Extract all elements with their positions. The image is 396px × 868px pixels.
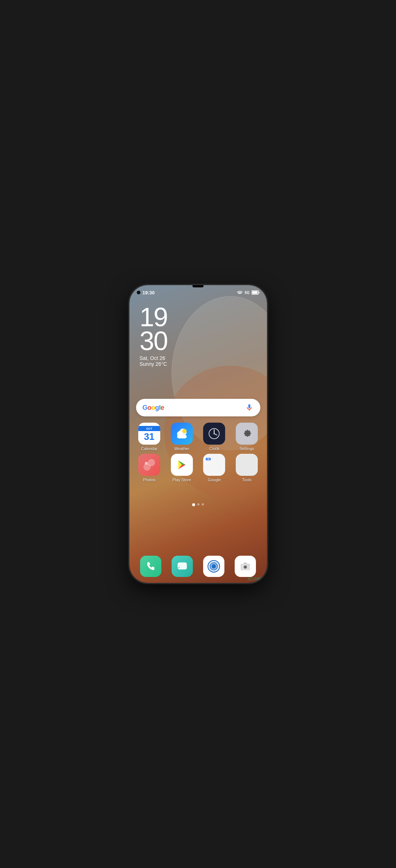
dock-phone[interactable] (140, 556, 161, 577)
settings-icon (236, 423, 258, 445)
app-calendar[interactable]: OCT 31 Calendar (134, 423, 165, 451)
status-time: 19:30 (143, 290, 155, 295)
status-right: 5G (237, 290, 259, 295)
page-dot-2[interactable] (197, 503, 199, 505)
dock-messages[interactable] (172, 556, 193, 577)
mic-icon[interactable] (243, 402, 255, 413)
notch (192, 285, 203, 287)
clock-widget: 19 30 Sat, Oct 26 Sunny 26°C (140, 305, 168, 367)
signal-icon: 5G (245, 291, 249, 295)
svg-point-10 (214, 433, 215, 434)
clock-weather: Sunny 26°C (140, 361, 168, 367)
tools-label: Tools (242, 478, 252, 482)
weather-icon (171, 423, 193, 445)
weather-label: Weather (174, 446, 189, 451)
svg-point-13 (145, 462, 148, 465)
clock-date: Sat, Oct 26 (140, 355, 168, 361)
front-camera (137, 291, 140, 294)
google-logo: Google (143, 404, 243, 412)
playstore-icon (171, 454, 193, 476)
playstore-label: Play Store (172, 478, 191, 482)
svg-point-29 (244, 566, 246, 569)
battery-icon (252, 290, 260, 295)
svg-rect-21 (178, 563, 187, 569)
dock-camera[interactable] (235, 556, 256, 577)
dock-camera-app[interactable] (203, 556, 224, 577)
svg-point-12 (148, 459, 155, 466)
svg-rect-1 (252, 291, 257, 294)
page-dot-1[interactable] (192, 503, 195, 506)
svg-point-6 (182, 429, 187, 433)
calendar-label: Calendar (141, 446, 158, 451)
app-grid: OCT 31 Calendar Weather (134, 423, 263, 482)
photos-icon (138, 454, 160, 476)
app-tools[interactable]: Tools (231, 454, 263, 482)
google-folder-label: Google (208, 478, 221, 482)
status-left: 19:30 (137, 290, 155, 295)
svg-rect-5 (177, 435, 187, 438)
app-clock[interactable]: Clock (199, 423, 230, 451)
app-photos[interactable]: Photos (134, 454, 165, 482)
search-bar[interactable]: Google (136, 399, 260, 416)
svg-point-24 (212, 564, 216, 569)
clock-icon (203, 423, 225, 445)
app-google-folder[interactable]: G Google (199, 454, 230, 482)
watermark: 姐己导航网 (247, 577, 264, 581)
clock-label: Clock (209, 446, 220, 451)
settings-label: Settings (239, 446, 254, 451)
app-settings[interactable]: Settings (231, 423, 263, 451)
page-dots (129, 503, 267, 506)
google-folder-icon: G (203, 454, 225, 476)
phone-frame: 19:30 5G 19 30 Sat, Oct 26 Sunny (129, 285, 267, 583)
photos-label: Photos (143, 478, 155, 482)
clock-minute: 30 (140, 329, 168, 353)
clock-hour: 19 (140, 305, 168, 329)
wifi-icon (237, 290, 243, 295)
phone-screen: 19:30 5G 19 30 Sat, Oct 26 Sunny (129, 285, 267, 583)
app-weather[interactable]: Weather (166, 423, 197, 451)
tools-icon (236, 454, 258, 476)
svg-point-30 (247, 564, 249, 566)
clock-time-large: 19 30 (140, 305, 168, 353)
calendar-icon: OCT 31 (138, 423, 160, 445)
app-playstore[interactable]: Play Store (166, 454, 197, 482)
svg-rect-2 (258, 292, 259, 293)
page-dot-3[interactable] (202, 503, 204, 505)
dock (135, 556, 261, 577)
